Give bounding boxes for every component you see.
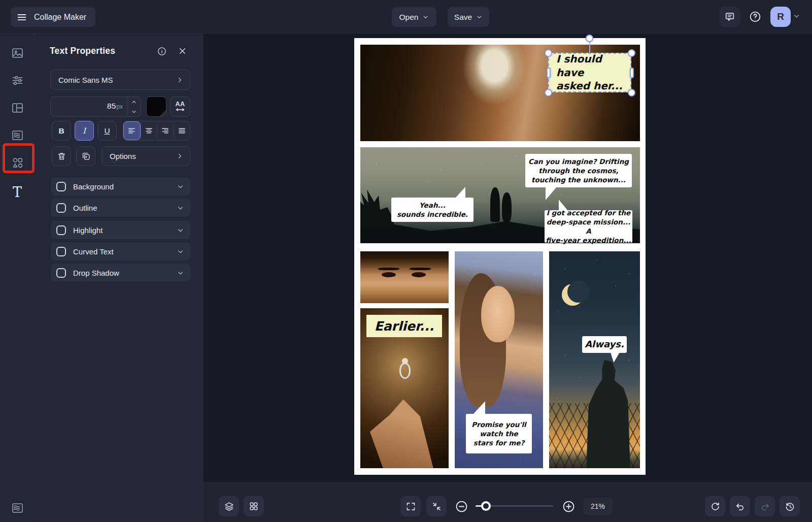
help-button[interactable] bbox=[745, 7, 765, 27]
fit-to-screen-button[interactable] bbox=[426, 496, 447, 516]
tool-rail: T bbox=[0, 34, 35, 522]
italic-button[interactable]: I bbox=[75, 121, 94, 141]
grid-icon bbox=[249, 501, 259, 511]
resize-handle-w[interactable] bbox=[547, 68, 551, 78]
fullscreen-button[interactable] bbox=[400, 496, 421, 516]
resize-handle-nw[interactable] bbox=[545, 49, 552, 57]
grid-view-button[interactable] bbox=[244, 496, 264, 516]
sidebar-item-textures[interactable] bbox=[4, 122, 30, 148]
align-left-icon bbox=[127, 126, 136, 135]
sidebar-item-images[interactable] bbox=[4, 40, 30, 66]
rotate-handle[interactable] bbox=[586, 35, 593, 42]
resize-handle-se[interactable] bbox=[628, 89, 635, 96]
section-drop-shadow[interactable]: Drop Shadow bbox=[51, 264, 190, 282]
app-title: Collage Maker bbox=[34, 13, 86, 22]
sidebar-item-text[interactable]: T bbox=[4, 179, 30, 205]
sidebar-item-adjustments[interactable] bbox=[4, 67, 30, 93]
redo-button[interactable] bbox=[755, 496, 775, 516]
resize-handle-sw[interactable] bbox=[545, 89, 552, 96]
user-menu-chevron-icon[interactable] bbox=[793, 12, 800, 20]
woman-silhouette bbox=[502, 192, 512, 222]
comic-page[interactable]: Can you imagine? Drifting through the co… bbox=[354, 38, 646, 475]
duplicate-button[interactable] bbox=[76, 146, 95, 166]
zoom-slider-thumb[interactable] bbox=[481, 501, 491, 511]
chevron-down-icon bbox=[177, 269, 184, 277]
options-button[interactable]: Options bbox=[101, 146, 190, 166]
rotation-stem bbox=[589, 42, 590, 53]
background-checkbox[interactable] bbox=[56, 182, 66, 191]
resize-handle-ne[interactable] bbox=[628, 49, 635, 57]
delete-button[interactable] bbox=[52, 146, 71, 166]
align-right-icon bbox=[161, 126, 170, 135]
text-color-swatch[interactable] bbox=[146, 96, 166, 117]
main-menu-button[interactable]: Collage Maker bbox=[11, 7, 95, 27]
chevron-right-icon bbox=[176, 152, 184, 160]
font-size-value: 85 px bbox=[51, 97, 127, 116]
caption-earlier[interactable]: Earlier... bbox=[366, 315, 442, 337]
resize-handle-e[interactable] bbox=[630, 68, 634, 78]
align-left-button[interactable] bbox=[123, 121, 141, 140]
speech-bubble-mission[interactable]: I got accepted for the deep-space missio… bbox=[545, 210, 632, 243]
eye-right bbox=[412, 272, 426, 277]
drop-shadow-checkbox[interactable] bbox=[56, 268, 66, 278]
stepper-down-icon[interactable] bbox=[127, 107, 141, 116]
reset-view-button[interactable] bbox=[705, 496, 725, 516]
sidebar-item-waves[interactable] bbox=[4, 495, 30, 521]
zoom-in-button[interactable] bbox=[558, 496, 579, 516]
waves-icon bbox=[11, 501, 24, 515]
speech-bubble-cosmos[interactable]: Can you imagine? Drifting through the co… bbox=[525, 154, 632, 187]
font-size-input[interactable]: 85 px bbox=[50, 96, 141, 117]
underline-button[interactable]: U bbox=[97, 121, 117, 141]
letter-spacing-button[interactable]: AA bbox=[170, 96, 190, 117]
stepper-up-icon[interactable] bbox=[127, 97, 141, 107]
align-center-button[interactable] bbox=[141, 121, 157, 140]
bubble-text: Always. bbox=[585, 338, 624, 350]
font-size-number: 85 bbox=[107, 102, 116, 111]
panel-man-night-sky[interactable] bbox=[549, 251, 640, 468]
save-button[interactable]: Save bbox=[448, 7, 489, 27]
zoom-out-button[interactable] bbox=[451, 496, 471, 516]
speech-bubble-yeah[interactable]: Yeah... sounds incredible. bbox=[391, 198, 473, 222]
section-background[interactable]: Background bbox=[51, 177, 190, 195]
bubble-text: Can you imagine? Drifting through the co… bbox=[528, 157, 629, 184]
layout-icon bbox=[11, 101, 24, 115]
open-label: Open bbox=[399, 13, 419, 22]
info-icon[interactable] bbox=[157, 46, 167, 56]
bold-button[interactable]: B bbox=[52, 121, 71, 141]
align-justify-button[interactable] bbox=[174, 121, 190, 140]
sidebar-item-shapes[interactable] bbox=[4, 149, 30, 176]
highlight-checkbox[interactable] bbox=[56, 225, 66, 235]
adjustments-icon bbox=[11, 74, 24, 87]
outline-checkbox[interactable] bbox=[56, 203, 66, 213]
section-highlight[interactable]: Highlight bbox=[51, 221, 190, 239]
open-button[interactable]: Open bbox=[392, 7, 436, 27]
comments-button[interactable] bbox=[720, 7, 740, 27]
speech-bubble-always[interactable]: Always. bbox=[582, 336, 627, 353]
layers-button[interactable] bbox=[219, 496, 239, 516]
zoom-level-readout[interactable]: 21% bbox=[583, 498, 613, 515]
section-label: Background bbox=[73, 182, 177, 191]
refresh-icon bbox=[710, 501, 721, 512]
speech-bubble-promise[interactable]: Promise you'll watch the stars for me? bbox=[466, 414, 532, 453]
section-outline[interactable]: Outline bbox=[51, 199, 190, 217]
font-family-select[interactable]: Comic Sans MS bbox=[50, 70, 190, 90]
undo-button[interactable] bbox=[730, 496, 750, 516]
hamburger-icon bbox=[16, 12, 27, 23]
close-icon[interactable] bbox=[178, 46, 187, 56]
align-center-icon bbox=[145, 126, 153, 135]
selected-text-box[interactable]: I should have asked her... bbox=[548, 53, 631, 92]
layers-icon bbox=[224, 501, 234, 512]
align-right-button[interactable] bbox=[157, 121, 174, 140]
curved-text-checkbox[interactable] bbox=[56, 247, 66, 256]
panel-man-face[interactable] bbox=[360, 251, 449, 303]
user-avatar[interactable]: R bbox=[770, 7, 791, 27]
top-bar: Collage Maker Open Save R bbox=[0, 0, 812, 34]
sidebar-item-layouts[interactable] bbox=[4, 94, 30, 121]
redo-icon bbox=[760, 501, 770, 512]
history-button[interactable] bbox=[780, 496, 800, 516]
chevron-down-icon bbox=[422, 14, 429, 20]
options-label: Options bbox=[110, 152, 136, 160]
italic-label: I bbox=[83, 126, 86, 136]
section-curved-text[interactable]: Curved Text bbox=[51, 242, 190, 260]
ring-gem bbox=[402, 358, 408, 365]
